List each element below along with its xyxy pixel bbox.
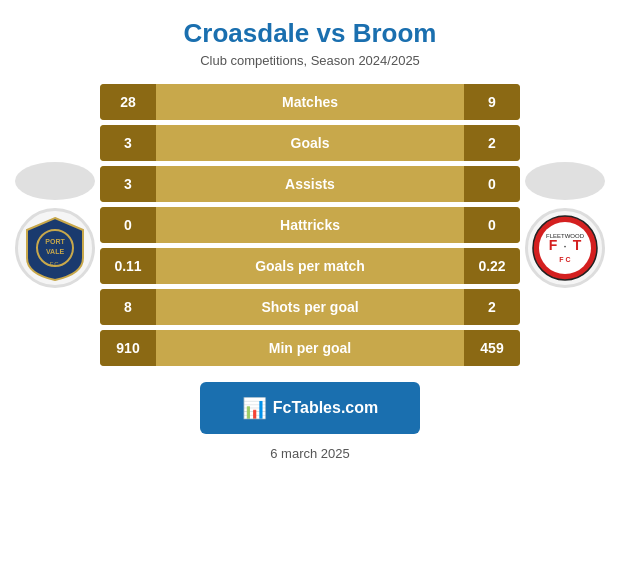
stat-left-value: 3 (100, 166, 156, 202)
stat-row: 8Shots per goal2 (100, 289, 520, 325)
fleetwood-logo-svg: F · T F C FLEETWOOD (531, 214, 599, 282)
page-subtitle: Club competitions, Season 2024/2025 (200, 53, 420, 68)
stat-left-value: 0 (100, 207, 156, 243)
port-vale-logo-svg: PORT VALE F.C. (21, 214, 89, 282)
svg-text:T: T (573, 237, 582, 253)
svg-text:VALE: VALE (46, 248, 64, 255)
stat-right-value: 2 (464, 125, 520, 161)
svg-text:F: F (549, 237, 558, 253)
stat-label: Min per goal (156, 330, 464, 366)
stat-row: 3Goals2 (100, 125, 520, 161)
stat-right-value: 0.22 (464, 248, 520, 284)
stat-label: Goals (156, 125, 464, 161)
svg-text:F C: F C (559, 256, 570, 263)
stat-right-value: 459 (464, 330, 520, 366)
main-area: PORT VALE F.C. 28Matches93Goals23Assists… (10, 84, 610, 366)
stat-label: Goals per match (156, 248, 464, 284)
stat-label: Assists (156, 166, 464, 202)
stats-table: 28Matches93Goals23Assists00Hattricks00.1… (100, 84, 520, 366)
svg-text:F.C.: F.C. (50, 261, 61, 267)
stat-row: 28Matches9 (100, 84, 520, 120)
left-club-badge: PORT VALE F.C. (10, 162, 100, 288)
stat-left-value: 28 (100, 84, 156, 120)
stat-right-value: 0 (464, 166, 520, 202)
svg-text:PORT: PORT (45, 238, 65, 245)
ad-banner[interactable]: 📊 FcTables.com (200, 382, 420, 434)
stat-row: 3Assists0 (100, 166, 520, 202)
right-club-logo: F · T F C FLEETWOOD (525, 208, 605, 288)
right-oval-decoration (525, 162, 605, 200)
right-club-badge: F · T F C FLEETWOOD (520, 162, 610, 288)
stat-label: Hattricks (156, 207, 464, 243)
svg-text:FLEETWOOD: FLEETWOOD (546, 233, 585, 239)
page-container: Croasdale vs Broom Club competitions, Se… (0, 0, 620, 580)
left-oval-decoration (15, 162, 95, 200)
stat-label: Shots per goal (156, 289, 464, 325)
stat-right-value: 0 (464, 207, 520, 243)
stat-right-value: 2 (464, 289, 520, 325)
ad-icon: 📊 (242, 396, 267, 420)
stat-label: Matches (156, 84, 464, 120)
left-club-logo: PORT VALE F.C. (15, 208, 95, 288)
stat-left-value: 3 (100, 125, 156, 161)
ad-text: FcTables.com (273, 399, 379, 417)
stat-left-value: 0.11 (100, 248, 156, 284)
footer-date: 6 march 2025 (270, 446, 350, 461)
stat-right-value: 9 (464, 84, 520, 120)
svg-text:·: · (564, 242, 567, 252)
stat-row: 910Min per goal459 (100, 330, 520, 366)
page-title: Croasdale vs Broom (184, 18, 437, 49)
stat-row: 0Hattricks0 (100, 207, 520, 243)
stat-left-value: 8 (100, 289, 156, 325)
stat-left-value: 910 (100, 330, 156, 366)
stat-row: 0.11Goals per match0.22 (100, 248, 520, 284)
